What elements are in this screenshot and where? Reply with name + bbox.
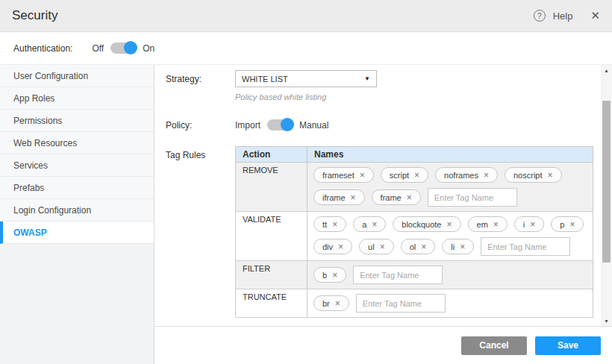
remove-tag-icon[interactable]: × bbox=[338, 242, 343, 251]
remove-tag-icon[interactable]: × bbox=[372, 220, 377, 229]
enter-tag-name-input[interactable] bbox=[356, 294, 446, 313]
remove-tag-icon[interactable]: × bbox=[569, 220, 575, 229]
tag-chip: em× bbox=[468, 216, 508, 232]
tag-chip: li× bbox=[442, 239, 474, 254]
tag-rules-rows: REMOVEframeset×script×noframes×noscript×… bbox=[236, 163, 593, 318]
tag-rule-row-truncate: TRUNCATEbr× bbox=[236, 289, 593, 318]
tag-chip-label: p bbox=[560, 220, 564, 229]
close-icon[interactable]: ✕ bbox=[590, 9, 600, 22]
tag-rules-label: Tag Rules bbox=[154, 146, 235, 160]
tag-chip-label: noscript bbox=[513, 171, 543, 180]
authentication-toggle[interactable] bbox=[110, 43, 136, 54]
remove-tag-icon[interactable]: × bbox=[460, 242, 465, 251]
help-link[interactable]: Help bbox=[553, 10, 573, 22]
remove-tag-icon[interactable]: × bbox=[530, 220, 535, 229]
tag-chip-label: div bbox=[322, 242, 333, 251]
remove-tag-icon[interactable]: × bbox=[351, 193, 356, 202]
tag-chip: iframe× bbox=[313, 189, 365, 205]
tag-chip-label: script bbox=[390, 171, 409, 180]
remove-tag-icon[interactable]: × bbox=[548, 171, 553, 180]
enter-tag-name-input[interactable] bbox=[428, 188, 517, 207]
help-icon[interactable]: ? bbox=[534, 10, 546, 22]
tag-chip: frame× bbox=[372, 189, 421, 205]
remove-tag-icon[interactable]: × bbox=[447, 220, 452, 229]
vertical-scrollbar[interactable]: ▲ ▼ bbox=[601, 65, 612, 326]
names-cell: frameset×script×noframes×noscript×iframe… bbox=[307, 163, 593, 211]
remove-tag-icon[interactable]: × bbox=[407, 193, 412, 202]
tag-rule-row-validate: VALIDATEtt×a×blockquote×em×i×p×div×ul×ol… bbox=[236, 212, 593, 261]
enter-tag-name-input[interactable] bbox=[481, 237, 570, 256]
action-cell: TRUNCATE bbox=[236, 289, 307, 317]
tag-rules-header: Action Names bbox=[236, 147, 593, 163]
tag-chip: a× bbox=[353, 216, 386, 232]
tag-chip-label: br bbox=[322, 299, 330, 308]
tag-chip: noscript× bbox=[505, 167, 562, 183]
column-header-action: Action bbox=[236, 147, 307, 162]
remove-tag-icon[interactable]: × bbox=[332, 271, 337, 280]
sidebar-item-owasp[interactable]: OWASP bbox=[0, 222, 154, 244]
strategy-hint: Policy based white listing bbox=[235, 92, 600, 101]
tag-chip-label: em bbox=[477, 220, 488, 229]
tag-chip: noframes× bbox=[435, 167, 498, 183]
save-button[interactable]: Save bbox=[535, 336, 601, 355]
policy-manual-label: Manual bbox=[299, 120, 328, 131]
tag-chip: frameset× bbox=[313, 167, 374, 183]
sidebar-item-prefabs[interactable]: Prefabs bbox=[0, 177, 154, 199]
tag-chip-label: li bbox=[451, 242, 455, 251]
strategy-label: Strategy: bbox=[154, 70, 235, 87]
sidebar-item-web-resources[interactable]: Web Resources bbox=[0, 132, 154, 154]
authentication-bar: Authentication: Off On bbox=[0, 32, 612, 65]
tag-chip: blockquote× bbox=[393, 216, 460, 232]
toggle-knob bbox=[124, 41, 137, 54]
remove-tag-icon[interactable]: × bbox=[414, 171, 419, 180]
tag-chip: tt× bbox=[313, 216, 346, 232]
sidebar-item-app-roles[interactable]: App Roles bbox=[0, 87, 154, 110]
tag-chip-label: blockquote bbox=[402, 220, 441, 229]
tag-rule-row-remove: REMOVEframeset×script×noframes×noscript×… bbox=[236, 163, 593, 212]
tag-chip: i× bbox=[514, 216, 544, 232]
action-cell: REMOVE bbox=[236, 163, 307, 211]
sidebar-item-services[interactable]: Services bbox=[0, 154, 154, 177]
remove-tag-icon[interactable]: × bbox=[421, 242, 426, 251]
tag-chip-label: iframe bbox=[322, 193, 346, 202]
tag-chip: br× bbox=[313, 295, 349, 311]
owasp-panel: Strategy: WHITE LIST ▼ Policy based whit… bbox=[154, 65, 612, 326]
enter-tag-name-input[interactable] bbox=[353, 266, 443, 284]
chevron-down-icon: ▼ bbox=[364, 75, 370, 82]
tag-chip: div× bbox=[313, 239, 352, 254]
remove-tag-icon[interactable]: × bbox=[484, 171, 489, 180]
remove-tag-icon[interactable]: × bbox=[332, 220, 337, 229]
tag-chip: script× bbox=[381, 167, 428, 183]
tag-chip: p× bbox=[551, 216, 584, 232]
sidebar-item-login-configuration[interactable]: Login Configuration bbox=[0, 199, 154, 222]
cancel-button[interactable]: Cancel bbox=[461, 336, 527, 355]
policy-import-label: Import bbox=[235, 120, 260, 131]
sidebar: User ConfigurationApp RolesPermissionsWe… bbox=[0, 65, 154, 364]
tag-chip: ul× bbox=[359, 239, 394, 254]
strategy-row: Strategy: WHITE LIST ▼ bbox=[154, 70, 600, 87]
remove-tag-icon[interactable]: × bbox=[493, 220, 499, 229]
remove-tag-icon[interactable]: × bbox=[360, 171, 365, 180]
remove-tag-icon[interactable]: × bbox=[335, 299, 340, 308]
policy-toggle[interactable] bbox=[267, 119, 293, 131]
scroll-down-icon[interactable]: ▼ bbox=[601, 316, 612, 326]
remove-tag-icon[interactable]: × bbox=[380, 242, 385, 251]
column-header-names: Names bbox=[307, 147, 350, 162]
strategy-select[interactable]: WHITE LIST ▼ bbox=[235, 70, 377, 87]
policy-row: Policy: Import Manual bbox=[154, 119, 600, 131]
names-cell: br× bbox=[307, 289, 593, 317]
sidebar-item-permissions[interactable]: Permissions bbox=[0, 110, 154, 132]
tag-chip-label: b bbox=[322, 271, 327, 280]
scrollbar-thumb[interactable] bbox=[602, 101, 611, 263]
tag-rules-row: Tag Rules Action Names REMOVEframeset×sc… bbox=[154, 146, 600, 318]
tag-chip-label: a bbox=[362, 220, 366, 229]
tag-rule-row-filter: FILTERb× bbox=[236, 261, 593, 289]
authentication-on-label: On bbox=[143, 43, 154, 54]
tag-chip-label: ol bbox=[410, 242, 416, 251]
scroll-up-icon[interactable]: ▲ bbox=[601, 65, 612, 75]
tag-chip-label: tt bbox=[322, 220, 327, 229]
sidebar-item-user-configuration[interactable]: User Configuration bbox=[0, 65, 154, 87]
security-dialog: Security ? Help ✕ Authentication: Off On… bbox=[0, 0, 612, 364]
title-bar: Security ? Help ✕ bbox=[0, 0, 612, 32]
authentication-label: Authentication: bbox=[13, 43, 72, 54]
